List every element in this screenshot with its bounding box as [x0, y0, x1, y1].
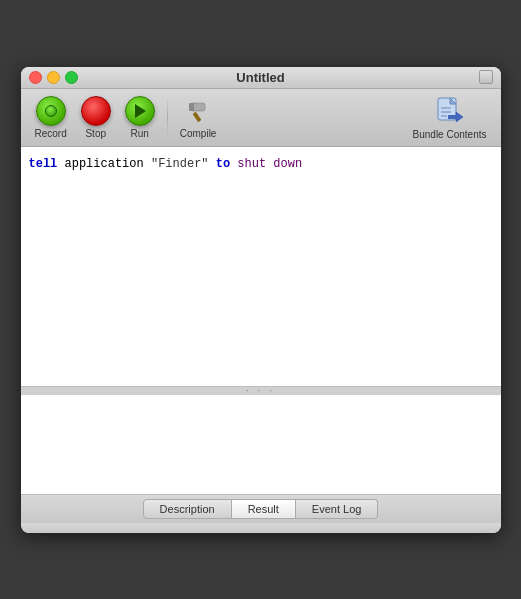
tab-result[interactable]: Result [232, 499, 296, 519]
code-text-2 [209, 157, 216, 171]
window-title: Untitled [236, 70, 284, 85]
script-editor[interactable]: tell application "Finder" to shut down [21, 147, 501, 387]
resize-handle[interactable]: · · · [21, 387, 501, 395]
record-icon [36, 96, 66, 126]
keyword-shut-down: shut down [237, 157, 302, 171]
compile-label: Compile [180, 128, 217, 139]
svg-rect-2 [189, 103, 194, 111]
app-window: Untitled Record Stop Run [21, 67, 501, 533]
compile-button[interactable]: Compile [174, 94, 223, 141]
toolbar-separator [167, 97, 168, 137]
run-icon [125, 96, 155, 126]
stop-button[interactable]: Stop [75, 94, 117, 141]
record-label: Record [35, 128, 67, 139]
tab-description-label: Description [160, 503, 215, 515]
compile-icon [183, 96, 213, 126]
window-bottom [21, 523, 501, 533]
result-area [21, 395, 501, 495]
hammer-svg [185, 98, 211, 124]
stop-label: Stop [85, 128, 106, 139]
record-button[interactable]: Record [29, 94, 73, 141]
svg-rect-0 [193, 111, 202, 121]
play-triangle-icon [135, 104, 146, 118]
maximize-button[interactable] [65, 71, 78, 84]
code-line-1: tell application "Finder" to shut down [29, 155, 493, 173]
record-inner-icon [45, 105, 57, 117]
tab-bar: Description Result Event Log [21, 495, 501, 523]
traffic-lights [29, 71, 78, 84]
run-label: Run [131, 128, 149, 139]
window-widget[interactable] [479, 70, 493, 84]
bundle-contents-button[interactable]: Bundle Contents [407, 93, 493, 142]
bundle-svg [434, 95, 466, 127]
string-finder: "Finder" [151, 157, 209, 171]
run-button[interactable]: Run [119, 94, 161, 141]
code-text-1: application [57, 157, 151, 171]
tab-event-log-label: Event Log [312, 503, 362, 515]
keyword-tell: tell [29, 157, 58, 171]
title-bar: Untitled [21, 67, 501, 89]
close-button[interactable] [29, 71, 42, 84]
tab-result-label: Result [248, 503, 279, 515]
bundle-contents-icon [434, 95, 466, 127]
stop-icon [81, 96, 111, 126]
toolbar: Record Stop Run Compile [21, 89, 501, 147]
svg-marker-8 [456, 112, 463, 122]
tab-description[interactable]: Description [143, 499, 232, 519]
tab-event-log[interactable]: Event Log [296, 499, 379, 519]
minimize-button[interactable] [47, 71, 60, 84]
keyword-to: to [216, 157, 230, 171]
bundle-contents-label: Bundle Contents [413, 129, 487, 140]
svg-rect-9 [448, 115, 457, 119]
